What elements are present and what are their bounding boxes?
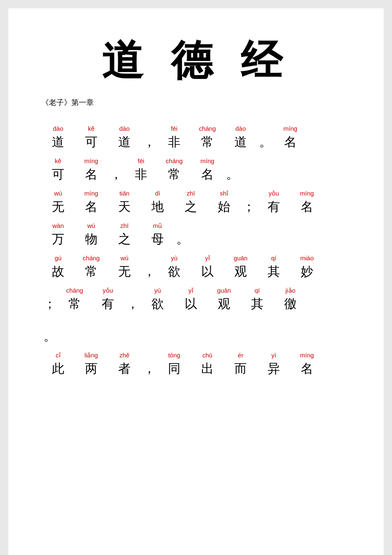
hanzi-row-4: 万物之母。: [41, 231, 351, 247]
hanzi-span-1-3: 道: [118, 134, 131, 150]
pcell-8-2: liǎng: [75, 351, 108, 359]
pinyin-span-1-3: dào: [119, 124, 129, 133]
pinyin-span-3-6: shǐ: [220, 189, 228, 198]
pcell-2-4: fēi: [124, 156, 158, 165]
hcell-3-2: 名: [75, 198, 108, 215]
hcell-6-3: 有: [91, 296, 124, 312]
hcell-5-4: ，: [141, 263, 158, 279]
hanzi-span-5-6: 以: [201, 263, 214, 279]
pcell-6-4: [124, 286, 141, 295]
hcell-5-2: 常: [75, 263, 108, 279]
hanzi-span-8-1: 此: [52, 360, 64, 377]
pcell-3-1: wú: [41, 189, 75, 198]
hanzi-span-1-1: 道: [52, 134, 64, 150]
pcell-2-6: míng: [191, 156, 224, 165]
hcell-8-2: 两: [75, 360, 108, 377]
hcell-4-2: 物: [75, 231, 108, 247]
pcell-3-9: míng: [290, 189, 324, 198]
pcell-1-7: dào: [224, 124, 257, 133]
pinyin-span-6-7: guān: [217, 286, 231, 295]
pcell-8-7: ér: [224, 351, 257, 359]
hanzi-span-8-7: 而: [234, 360, 247, 377]
pinyin-span-4-1: wàn: [52, 221, 64, 230]
pinyin-span-5-1: gù: [55, 254, 62, 262]
pinyin-span-2-7: [229, 156, 236, 165]
hanzi-span-5-7: 观: [234, 263, 247, 279]
hcell-8-5: 同: [158, 360, 191, 377]
pcell-1-9: míng: [274, 124, 307, 133]
hcell-6-7: 观: [207, 296, 241, 312]
hanzi-span-3-4: 地: [151, 198, 164, 215]
pinyin-row-7: [41, 318, 351, 327]
pcell-8-1: cǐ: [41, 351, 75, 359]
pcell-4-3: zhī: [108, 221, 141, 230]
hanzi-span-2-2: 名: [85, 166, 97, 182]
pinyin-span-5-7: guān: [234, 254, 247, 262]
hanzi-span-3-2: 名: [85, 198, 97, 215]
hanzi-span-1-6: 常: [201, 134, 214, 150]
hcell-5-6: 以: [191, 263, 224, 279]
hanzi-span-5-3: 无: [118, 263, 131, 279]
hanzi-row-3: 无名天地之始；有名: [41, 198, 351, 215]
pcell-5-4: [141, 254, 158, 262]
pcell-1-3: dào: [108, 124, 141, 133]
hanzi-row-6: ；常有，欲以观其徼: [41, 296, 351, 312]
pinyin-span-8-4: [146, 351, 153, 359]
pinyin-row-2: kěmíng fēichángmíng: [41, 156, 351, 165]
hcell-5-1: 故: [41, 263, 75, 279]
hanzi-span-5-4: ，: [143, 263, 156, 279]
content-area: dàokědào fēichángdào míng道可道，非常道。名kěmíng…: [41, 124, 351, 377]
pcell-2-1: kě: [41, 156, 75, 165]
pinyin-span-4-5: [180, 221, 186, 230]
pcell-3-8: yǒu: [257, 189, 290, 198]
pinyin-span-8-6: chū: [202, 351, 212, 359]
pcell-6-5: yù: [141, 286, 174, 295]
line-group-4: wànwùzhīmǔ 万物之母。: [41, 221, 351, 247]
hcell-4-4: 母: [141, 231, 174, 247]
pinyin-span-8-2: liǎng: [85, 351, 98, 359]
pcell-6-2: cháng: [58, 286, 91, 295]
hcell-1-6: 常: [191, 134, 224, 150]
pinyin-span-2-3: [113, 156, 119, 165]
hanzi-span-6-7: 观: [218, 296, 230, 312]
pcell-2-5: cháng: [158, 156, 191, 165]
hanzi-span-2-4: 非: [135, 166, 147, 182]
pinyin-span-6-4: [130, 286, 136, 295]
hcell-6-2: 常: [58, 296, 91, 312]
hcell-3-5: 之: [174, 198, 207, 215]
hcell-5-7: 观: [224, 263, 257, 279]
pcell-4-5: [174, 221, 191, 230]
hanzi-span-8-6: 出: [201, 360, 214, 377]
pinyin-span-3-3: tiān: [119, 189, 129, 198]
page-title: 道 德 经: [41, 33, 351, 89]
pinyin-span-6-3: yǒu: [103, 286, 113, 295]
hanzi-span-5-1: 故: [52, 263, 64, 279]
pinyin-span-4-3: zhī: [120, 221, 129, 230]
pinyin-span-3-1: wú: [54, 189, 62, 198]
pcell-1-2: kě: [75, 124, 108, 133]
pcell-1-8: [257, 124, 274, 133]
pcell-2-7: [224, 156, 241, 165]
hcell-2-4: 非: [124, 166, 158, 182]
hcell-3-8: 有: [257, 198, 290, 215]
hanzi-row-8: 此两者，同出而异名: [41, 360, 351, 377]
pcell-8-6: chū: [191, 351, 224, 359]
hanzi-span-1-4: ，: [143, 134, 156, 150]
hcell-1-3: 道: [108, 134, 141, 150]
pinyin-span-8-7: ér: [238, 351, 243, 359]
pinyin-span-2-1: kě: [55, 156, 61, 165]
hcell-6-1: ；: [41, 296, 58, 312]
hanzi-span-2-6: 名: [201, 166, 214, 182]
hanzi-span-3-3: 天: [118, 198, 131, 215]
pinyin-span-3-5: zhī: [187, 189, 195, 198]
pcell-1-5: fēi: [158, 124, 191, 133]
hcell-1-9: 名: [274, 134, 307, 150]
pinyin-span-5-3: wú: [120, 254, 128, 262]
pinyin-span-5-2: cháng: [83, 254, 100, 262]
hanzi-row-5: 故常无，欲以观其妙: [41, 263, 351, 279]
pinyin-span-1-5: fēi: [171, 124, 178, 133]
line-group-8: cǐliǎngzhě tóngchūéryìmíng此两者，同出而异名: [41, 351, 351, 377]
hanzi-span-3-1: 无: [52, 198, 64, 215]
pinyin-span-1-9: míng: [283, 124, 297, 133]
hcell-7-1: 。: [41, 328, 58, 344]
